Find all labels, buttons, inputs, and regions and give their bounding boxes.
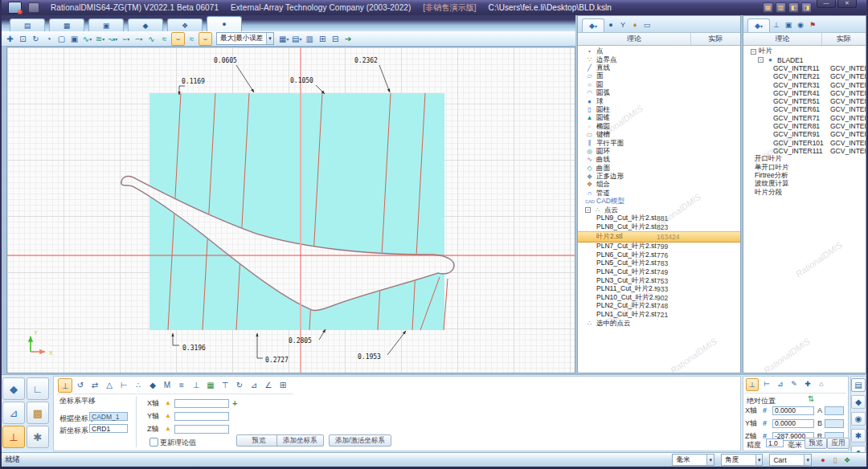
cs-machine-icon[interactable] xyxy=(161,378,174,391)
coordinate-button[interactable] xyxy=(2,426,25,448)
minimize-button[interactable]: — xyxy=(817,0,836,8)
blade1-item[interactable]: BLADE1 xyxy=(743,55,866,63)
pos-vector-icon[interactable] xyxy=(775,378,786,389)
expander-icon[interactable] xyxy=(585,207,591,213)
swap-axes-icon[interactable]: ⇅ xyxy=(808,394,814,403)
curve-project-icon[interactable] xyxy=(133,33,145,45)
caliper-button[interactable] xyxy=(27,377,49,400)
report-import-icon[interactable] xyxy=(317,33,329,45)
axis-value-input[interactable] xyxy=(174,399,229,408)
units-select[interactable]: 毫米 ▾ xyxy=(672,454,714,466)
chart-tray-icon[interactable] xyxy=(763,2,773,13)
selected-pointcloud-item[interactable]: 选中的点云 xyxy=(578,319,740,327)
app-icon[interactable] xyxy=(8,2,22,14)
close-button[interactable]: ✕ xyxy=(837,0,857,8)
wave-analysis-icon[interactable] xyxy=(145,33,158,45)
tab-window[interactable] xyxy=(88,18,124,31)
angle-select[interactable]: 角度 ▾ xyxy=(721,454,764,466)
pan-icon[interactable] xyxy=(4,33,16,45)
cs-table-icon[interactable] xyxy=(219,378,231,391)
add-axis-icon[interactable]: + xyxy=(232,398,237,408)
export-data-icon[interactable] xyxy=(342,33,354,45)
profile-eval-icon[interactable] xyxy=(171,32,185,46)
add-activate-cs-button[interactable]: 添加/激活坐标系 xyxy=(329,434,391,447)
gcv-section-row[interactable]: GCV_INTER71 GCV_INTER71 xyxy=(743,114,866,122)
error-mode-select[interactable]: 最大|最小误差 ▾ xyxy=(216,32,274,45)
cs-swap-axes-icon[interactable] xyxy=(88,378,101,391)
pointcloud-item[interactable]: 叶片2.stl 163424 xyxy=(578,231,740,243)
coord-type-select[interactable]: Cart ▾ xyxy=(769,454,812,466)
flag-tool-icon[interactable] xyxy=(807,19,818,31)
sphere-tool-icon[interactable] xyxy=(605,19,616,31)
report-view-icon[interactable] xyxy=(278,33,290,45)
cs-offset-icon[interactable] xyxy=(175,378,188,391)
rotation-value-field[interactable] xyxy=(825,406,844,415)
tab-measure[interactable] xyxy=(207,16,242,31)
column-actual[interactable]: 实际 xyxy=(822,34,866,44)
expander-icon[interactable] xyxy=(758,57,764,63)
cs-best-fit-icon[interactable] xyxy=(190,378,203,391)
tab-colors[interactable] xyxy=(167,18,203,31)
orient-view-icon[interactable] xyxy=(43,33,55,45)
report-export-icon[interactable] xyxy=(304,33,316,45)
cs-cube-icon[interactable] xyxy=(146,378,159,391)
rotate-view-icon[interactable] xyxy=(30,33,42,45)
viewport-canvas[interactable]: 0.1169 0.0605 0.1050 0.2362 0.3196 0.272… xyxy=(7,47,575,373)
gcv-section-row[interactable]: GCV_INTER41 GCV_INTER41 xyxy=(743,89,866,97)
gcv-section-row[interactable]: GCV_INTER51 GCV_INTER51 xyxy=(743,97,866,105)
gcv-section-row[interactable]: GCV_INTER91 GCV_INTER91 xyxy=(743,130,866,138)
pointcloud-item[interactable]: PLN8_Cut_叶片2.stl_... 823 xyxy=(578,222,740,231)
curve-create-icon[interactable] xyxy=(81,33,93,45)
curve-section-icon[interactable] xyxy=(94,33,106,45)
column-theoretical[interactable]: 理论 xyxy=(743,34,821,44)
gcv-section-row[interactable]: GCV_INTER11 GCV_INTER11 xyxy=(743,64,866,72)
cs-level-icon[interactable] xyxy=(103,378,116,391)
profile-smooth-icon[interactable] xyxy=(186,33,198,45)
position-preview-button[interactable]: 预览 xyxy=(805,438,827,449)
profile-apply-icon[interactable] xyxy=(199,32,212,46)
solid-tab-icon[interactable] xyxy=(747,18,770,32)
pos-translate-icon[interactable] xyxy=(746,378,759,391)
probe-view-icon[interactable] xyxy=(851,395,866,409)
machine-view-button[interactable] xyxy=(2,377,25,400)
cs-rotary-icon[interactable] xyxy=(233,378,246,391)
pos-probe-icon[interactable] xyxy=(761,378,772,389)
pos-home-icon[interactable] xyxy=(816,378,827,389)
probe-y-icon[interactable] xyxy=(617,19,628,31)
probe-tray-icon[interactable] xyxy=(801,2,812,13)
gcv-section-row[interactable]: GCV_INTER21 GCV_INTER21 xyxy=(743,72,866,80)
pos-pen-icon[interactable] xyxy=(788,378,800,389)
ruler-status-icon[interactable] xyxy=(830,455,840,465)
tab-view[interactable] xyxy=(49,18,84,31)
menu-icon[interactable] xyxy=(28,2,39,13)
tolerance-icon[interactable] xyxy=(629,19,641,31)
probe-button[interactable] xyxy=(2,402,25,424)
cs-axis-point-icon[interactable] xyxy=(117,378,130,391)
record-status-icon[interactable] xyxy=(818,455,828,465)
cs-3points-icon[interactable] xyxy=(132,378,145,391)
settings-gear-icon[interactable] xyxy=(851,429,866,442)
cs-block-icon[interactable] xyxy=(204,378,217,391)
new-cs-field[interactable]: CRD1 xyxy=(89,424,128,433)
fixture-button[interactable] xyxy=(27,402,49,424)
cs-rps-icon[interactable] xyxy=(248,378,260,391)
update-theoretical-checkbox[interactable] xyxy=(149,438,158,447)
axes-tool-icon[interactable] xyxy=(771,19,782,31)
monitor-icon[interactable] xyxy=(641,19,653,31)
expander-icon[interactable] xyxy=(751,49,756,55)
zoom-tool-icon[interactable] xyxy=(851,412,866,426)
rotation-value-field[interactable] xyxy=(825,419,844,428)
gcv-section-row[interactable]: GCV_INTER61 GCV_INTER61 xyxy=(743,105,866,113)
report-add-icon[interactable] xyxy=(291,33,303,45)
cs-save-icon[interactable] xyxy=(276,378,289,391)
axis-value-input[interactable] xyxy=(174,425,229,434)
report-send-icon[interactable] xyxy=(330,33,342,45)
blade-root-item[interactable]: 叶片 xyxy=(743,47,866,55)
precision-field[interactable]: 1.0 xyxy=(766,438,784,447)
select-region-icon[interactable] xyxy=(55,33,68,45)
window-tool-icon[interactable] xyxy=(783,19,794,31)
position-apply-button[interactable]: 应用 xyxy=(827,438,850,449)
cs-bend-icon[interactable] xyxy=(262,378,275,391)
base-cs-field[interactable]: CADM_1 xyxy=(89,412,128,421)
curve-sweep-icon[interactable] xyxy=(107,33,119,45)
